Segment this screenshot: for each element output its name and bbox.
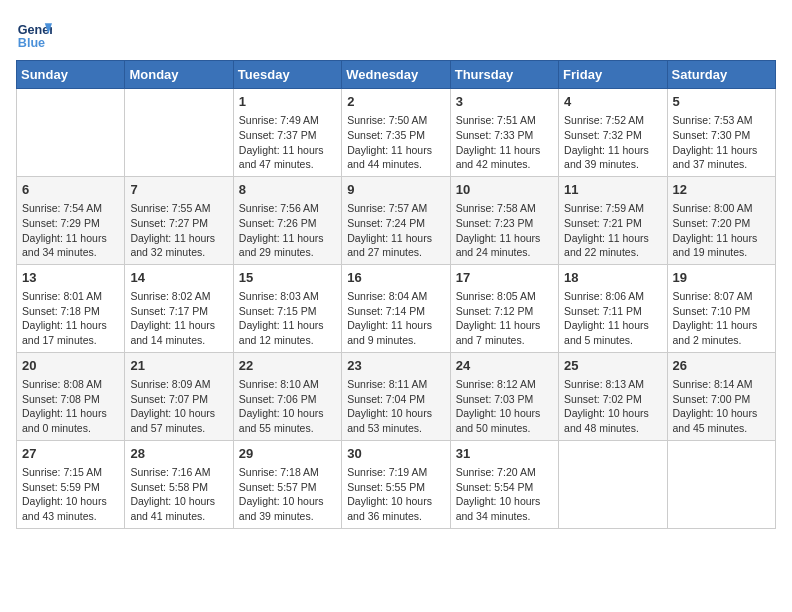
calendar-cell: 16Sunrise: 8:04 AM Sunset: 7:14 PM Dayli… xyxy=(342,264,450,352)
day-info: Sunrise: 7:52 AM Sunset: 7:32 PM Dayligh… xyxy=(564,113,661,172)
calendar-cell: 27Sunrise: 7:15 AM Sunset: 5:59 PM Dayli… xyxy=(17,440,125,528)
day-number: 29 xyxy=(239,445,336,463)
day-info: Sunrise: 8:11 AM Sunset: 7:04 PM Dayligh… xyxy=(347,377,444,436)
day-number: 7 xyxy=(130,181,227,199)
day-number: 26 xyxy=(673,357,770,375)
day-number: 5 xyxy=(673,93,770,111)
day-number: 21 xyxy=(130,357,227,375)
day-info: Sunrise: 7:58 AM Sunset: 7:23 PM Dayligh… xyxy=(456,201,553,260)
day-info: Sunrise: 7:56 AM Sunset: 7:26 PM Dayligh… xyxy=(239,201,336,260)
svg-text:Blue: Blue xyxy=(18,36,45,50)
day-number: 23 xyxy=(347,357,444,375)
calendar-cell: 10Sunrise: 7:58 AM Sunset: 7:23 PM Dayli… xyxy=(450,176,558,264)
day-info: Sunrise: 8:07 AM Sunset: 7:10 PM Dayligh… xyxy=(673,289,770,348)
calendar-cell: 4Sunrise: 7:52 AM Sunset: 7:32 PM Daylig… xyxy=(559,89,667,177)
week-row-5: 27Sunrise: 7:15 AM Sunset: 5:59 PM Dayli… xyxy=(17,440,776,528)
day-info: Sunrise: 8:09 AM Sunset: 7:07 PM Dayligh… xyxy=(130,377,227,436)
day-number: 14 xyxy=(130,269,227,287)
calendar-cell: 7Sunrise: 7:55 AM Sunset: 7:27 PM Daylig… xyxy=(125,176,233,264)
calendar-cell: 19Sunrise: 8:07 AM Sunset: 7:10 PM Dayli… xyxy=(667,264,775,352)
day-number: 24 xyxy=(456,357,553,375)
col-header-tuesday: Tuesday xyxy=(233,61,341,89)
day-number: 15 xyxy=(239,269,336,287)
calendar-cell: 28Sunrise: 7:16 AM Sunset: 5:58 PM Dayli… xyxy=(125,440,233,528)
calendar-cell: 24Sunrise: 8:12 AM Sunset: 7:03 PM Dayli… xyxy=(450,352,558,440)
day-number: 3 xyxy=(456,93,553,111)
calendar-cell: 1Sunrise: 7:49 AM Sunset: 7:37 PM Daylig… xyxy=(233,89,341,177)
day-number: 17 xyxy=(456,269,553,287)
day-info: Sunrise: 8:02 AM Sunset: 7:17 PM Dayligh… xyxy=(130,289,227,348)
week-row-3: 13Sunrise: 8:01 AM Sunset: 7:18 PM Dayli… xyxy=(17,264,776,352)
day-info: Sunrise: 7:16 AM Sunset: 5:58 PM Dayligh… xyxy=(130,465,227,524)
day-info: Sunrise: 7:57 AM Sunset: 7:24 PM Dayligh… xyxy=(347,201,444,260)
calendar-cell: 26Sunrise: 8:14 AM Sunset: 7:00 PM Dayli… xyxy=(667,352,775,440)
calendar-cell: 31Sunrise: 7:20 AM Sunset: 5:54 PM Dayli… xyxy=(450,440,558,528)
day-number: 16 xyxy=(347,269,444,287)
calendar-cell: 6Sunrise: 7:54 AM Sunset: 7:29 PM Daylig… xyxy=(17,176,125,264)
col-header-monday: Monday xyxy=(125,61,233,89)
day-number: 12 xyxy=(673,181,770,199)
calendar-cell: 21Sunrise: 8:09 AM Sunset: 7:07 PM Dayli… xyxy=(125,352,233,440)
day-info: Sunrise: 7:54 AM Sunset: 7:29 PM Dayligh… xyxy=(22,201,119,260)
day-number: 28 xyxy=(130,445,227,463)
col-header-friday: Friday xyxy=(559,61,667,89)
calendar-cell: 2Sunrise: 7:50 AM Sunset: 7:35 PM Daylig… xyxy=(342,89,450,177)
calendar-cell: 8Sunrise: 7:56 AM Sunset: 7:26 PM Daylig… xyxy=(233,176,341,264)
calendar-cell: 15Sunrise: 8:03 AM Sunset: 7:15 PM Dayli… xyxy=(233,264,341,352)
day-info: Sunrise: 8:13 AM Sunset: 7:02 PM Dayligh… xyxy=(564,377,661,436)
day-info: Sunrise: 7:19 AM Sunset: 5:55 PM Dayligh… xyxy=(347,465,444,524)
calendar-cell: 30Sunrise: 7:19 AM Sunset: 5:55 PM Dayli… xyxy=(342,440,450,528)
calendar-cell xyxy=(17,89,125,177)
calendar-cell: 11Sunrise: 7:59 AM Sunset: 7:21 PM Dayli… xyxy=(559,176,667,264)
calendar-cell xyxy=(125,89,233,177)
col-header-thursday: Thursday xyxy=(450,61,558,89)
calendar-cell: 14Sunrise: 8:02 AM Sunset: 7:17 PM Dayli… xyxy=(125,264,233,352)
day-number: 2 xyxy=(347,93,444,111)
day-info: Sunrise: 7:15 AM Sunset: 5:59 PM Dayligh… xyxy=(22,465,119,524)
day-info: Sunrise: 7:49 AM Sunset: 7:37 PM Dayligh… xyxy=(239,113,336,172)
logo: General Blue xyxy=(16,16,56,52)
calendar-cell xyxy=(667,440,775,528)
day-info: Sunrise: 7:20 AM Sunset: 5:54 PM Dayligh… xyxy=(456,465,553,524)
col-header-sunday: Sunday xyxy=(17,61,125,89)
day-info: Sunrise: 8:01 AM Sunset: 7:18 PM Dayligh… xyxy=(22,289,119,348)
day-number: 8 xyxy=(239,181,336,199)
calendar-table: SundayMondayTuesdayWednesdayThursdayFrid… xyxy=(16,60,776,529)
day-number: 25 xyxy=(564,357,661,375)
week-row-4: 20Sunrise: 8:08 AM Sunset: 7:08 PM Dayli… xyxy=(17,352,776,440)
col-header-wednesday: Wednesday xyxy=(342,61,450,89)
day-number: 19 xyxy=(673,269,770,287)
calendar-cell xyxy=(559,440,667,528)
day-number: 9 xyxy=(347,181,444,199)
calendar-cell: 12Sunrise: 8:00 AM Sunset: 7:20 PM Dayli… xyxy=(667,176,775,264)
day-info: Sunrise: 8:04 AM Sunset: 7:14 PM Dayligh… xyxy=(347,289,444,348)
day-info: Sunrise: 8:05 AM Sunset: 7:12 PM Dayligh… xyxy=(456,289,553,348)
day-info: Sunrise: 7:53 AM Sunset: 7:30 PM Dayligh… xyxy=(673,113,770,172)
day-info: Sunrise: 8:00 AM Sunset: 7:20 PM Dayligh… xyxy=(673,201,770,260)
day-info: Sunrise: 7:55 AM Sunset: 7:27 PM Dayligh… xyxy=(130,201,227,260)
calendar-cell: 3Sunrise: 7:51 AM Sunset: 7:33 PM Daylig… xyxy=(450,89,558,177)
day-info: Sunrise: 8:08 AM Sunset: 7:08 PM Dayligh… xyxy=(22,377,119,436)
day-info: Sunrise: 8:03 AM Sunset: 7:15 PM Dayligh… xyxy=(239,289,336,348)
calendar-cell: 29Sunrise: 7:18 AM Sunset: 5:57 PM Dayli… xyxy=(233,440,341,528)
week-row-2: 6Sunrise: 7:54 AM Sunset: 7:29 PM Daylig… xyxy=(17,176,776,264)
day-number: 11 xyxy=(564,181,661,199)
calendar-cell: 23Sunrise: 8:11 AM Sunset: 7:04 PM Dayli… xyxy=(342,352,450,440)
day-number: 18 xyxy=(564,269,661,287)
day-number: 6 xyxy=(22,181,119,199)
day-number: 20 xyxy=(22,357,119,375)
week-row-1: 1Sunrise: 7:49 AM Sunset: 7:37 PM Daylig… xyxy=(17,89,776,177)
day-number: 27 xyxy=(22,445,119,463)
day-number: 22 xyxy=(239,357,336,375)
day-number: 13 xyxy=(22,269,119,287)
day-number: 31 xyxy=(456,445,553,463)
day-info: Sunrise: 8:10 AM Sunset: 7:06 PM Dayligh… xyxy=(239,377,336,436)
day-info: Sunrise: 8:14 AM Sunset: 7:00 PM Dayligh… xyxy=(673,377,770,436)
day-number: 10 xyxy=(456,181,553,199)
calendar-cell: 22Sunrise: 8:10 AM Sunset: 7:06 PM Dayli… xyxy=(233,352,341,440)
calendar-cell: 18Sunrise: 8:06 AM Sunset: 7:11 PM Dayli… xyxy=(559,264,667,352)
day-info: Sunrise: 7:50 AM Sunset: 7:35 PM Dayligh… xyxy=(347,113,444,172)
day-number: 4 xyxy=(564,93,661,111)
day-number: 1 xyxy=(239,93,336,111)
day-info: Sunrise: 7:51 AM Sunset: 7:33 PM Dayligh… xyxy=(456,113,553,172)
